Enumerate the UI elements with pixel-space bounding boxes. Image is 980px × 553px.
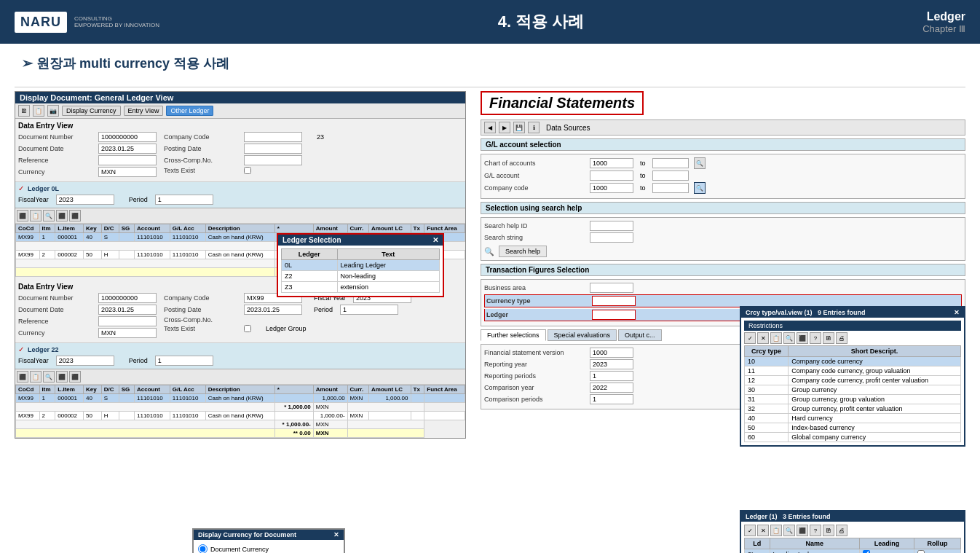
crcy-tb-1[interactable]: ✓ bbox=[744, 332, 756, 344]
crcy-row[interactable]: 12 Company code currency, profit center … bbox=[745, 376, 961, 385]
radio-doc-currency[interactable]: Document Currency bbox=[198, 544, 339, 553]
search-help-button[interactable]: Search help bbox=[499, 246, 547, 257]
popup-text-extension: extension bbox=[337, 282, 439, 293]
lep-tb-1[interactable]: ✓ bbox=[744, 525, 756, 536]
crcy-tb-7[interactable]: 🖹 bbox=[823, 332, 834, 344]
crcy-tb-8[interactable]: 🖨 bbox=[836, 332, 847, 344]
other-ledger-btn[interactable]: Other Ledger bbox=[166, 106, 213, 116]
tab-further-selections[interactable]: Further selections bbox=[481, 329, 546, 341]
popup-row[interactable]: Z3 extension bbox=[282, 282, 440, 293]
lep-rollup-cb-0l[interactable] bbox=[917, 550, 925, 553]
sub-tb-icon-2[interactable]: 📋 bbox=[30, 210, 42, 221]
currency-type-input[interactable] bbox=[592, 296, 636, 306]
texts-exist-checkbox[interactable] bbox=[244, 167, 251, 174]
currency-popup-title-text: Display Currency for Document bbox=[198, 531, 296, 538]
fs-version-label: Financial statement version bbox=[484, 349, 586, 356]
currency-popup-close[interactable]: ✕ bbox=[333, 531, 339, 538]
lep-tb-8[interactable]: 🖨 bbox=[836, 525, 847, 536]
company-code-input[interactable] bbox=[590, 183, 633, 193]
gl-account-input[interactable] bbox=[590, 170, 633, 181]
texts-exist-checkbox2[interactable] bbox=[244, 325, 251, 332]
popup-row[interactable]: 0L Leading Ledger bbox=[282, 260, 440, 271]
crcy-row[interactable]: 31 Group currency, group valuation bbox=[745, 395, 961, 404]
search-help-id-input[interactable] bbox=[590, 221, 633, 231]
crcy-tb-4[interactable]: 🔍 bbox=[783, 332, 795, 344]
crcy-row[interactable]: 32 Group currency, profit center valuati… bbox=[745, 404, 961, 414]
fs-version-input[interactable] bbox=[590, 348, 633, 358]
lep-tb-5[interactable]: ⬛ bbox=[797, 525, 808, 536]
toolbar-icon-3[interactable]: 📷 bbox=[47, 105, 59, 117]
fs-back-icon[interactable]: ◀ bbox=[484, 122, 496, 133]
ledger-input[interactable] bbox=[592, 310, 636, 320]
popup-text-nonleading: Non-leading bbox=[337, 271, 439, 282]
sub-tb2-icon-2[interactable]: 📋 bbox=[30, 371, 42, 383]
chart-search-icon[interactable]: 🔍 bbox=[694, 157, 706, 169]
popup-row[interactable]: Z2 Non-leading bbox=[282, 271, 440, 282]
ledger-popup-close[interactable]: ✕ bbox=[432, 236, 438, 244]
lep-title-text: Ledger (1) 3 Entries found bbox=[746, 513, 831, 520]
lep-tb-3[interactable]: 📋 bbox=[770, 525, 782, 536]
crcy-popup-close[interactable]: ✕ bbox=[954, 309, 960, 316]
fs-info-icon[interactable]: ℹ bbox=[528, 122, 540, 133]
toolbar-icon-1[interactable]: 🖹 bbox=[18, 105, 30, 117]
sub-tb2-icon-1[interactable]: ⬛ bbox=[17, 371, 28, 383]
business-area-input[interactable] bbox=[590, 283, 633, 293]
tab-output[interactable]: Output c... bbox=[618, 329, 662, 341]
toolbar-icon-2[interactable]: 📋 bbox=[33, 105, 44, 117]
crcy-tb-3[interactable]: 📋 bbox=[770, 332, 782, 344]
crcy-row[interactable]: 10 Company code currency bbox=[745, 357, 961, 366]
lep-th-ld: Ld bbox=[745, 538, 770, 549]
crcy-row[interactable]: 50 Index-based currency bbox=[745, 423, 961, 433]
period-value2: 1 bbox=[340, 305, 398, 315]
fs-forward-icon[interactable]: ▶ bbox=[499, 122, 510, 133]
chart-of-accounts-input[interactable] bbox=[590, 158, 633, 168]
reporting-year-input[interactable] bbox=[590, 359, 633, 369]
td-account: 11101010 bbox=[134, 233, 170, 242]
table-row: MX99100000140S 1110101011101010Cash on h… bbox=[16, 394, 465, 403]
search-string-input[interactable] bbox=[590, 232, 633, 243]
display-currency-btn[interactable]: Display Currency bbox=[62, 106, 121, 116]
lep-tb-4[interactable]: 🔍 bbox=[783, 525, 795, 536]
crcy-row[interactable]: 11 Company code currency, group valuatio… bbox=[745, 366, 961, 376]
crcy-row[interactable]: 30 Group currency bbox=[745, 385, 961, 395]
gl-account-to-input[interactable] bbox=[652, 170, 689, 181]
crcy-row[interactable]: 60 Global company currency bbox=[745, 433, 961, 442]
period-val3: 1 bbox=[155, 356, 213, 366]
reporting-periods-input[interactable] bbox=[590, 371, 633, 381]
td-itm2: 2 bbox=[39, 251, 55, 259]
entry-view-btn[interactable]: Entry View bbox=[124, 106, 164, 116]
td-glacc2: 11101010 bbox=[170, 251, 205, 259]
fs-save-icon[interactable]: 💾 bbox=[513, 122, 525, 133]
crcy-row[interactable]: 40 Hard currency bbox=[745, 414, 961, 423]
crcy-tb-6[interactable]: ? bbox=[810, 332, 821, 344]
comparison-year-input[interactable] bbox=[590, 383, 633, 393]
company-code-to-input[interactable] bbox=[652, 183, 689, 193]
radio-doc-input[interactable] bbox=[198, 544, 208, 553]
lep-tb-2[interactable]: ✕ bbox=[757, 525, 769, 536]
sub-tb-icon-3[interactable]: 🔍 bbox=[43, 210, 55, 221]
lep-leading-cb-0l[interactable] bbox=[863, 550, 870, 553]
display-doc-toolbar: 🖹 📋 📷 Display Currency Entry View Other … bbox=[15, 103, 465, 119]
crcy-tb-5[interactable]: ⬛ bbox=[797, 332, 808, 344]
sub-tb2-icon-5[interactable]: ⬛ bbox=[69, 371, 81, 383]
texts-exist-label: Texts Exist bbox=[164, 167, 237, 174]
lep-tb-7[interactable]: 🖹 bbox=[823, 525, 834, 536]
crcy-table: Crcy type Short Descript. 10 Company cod… bbox=[744, 345, 961, 442]
radio-doc-label: Document Currency bbox=[210, 546, 269, 553]
t2-th-amountlc: Amount LC bbox=[369, 385, 411, 394]
comparison-periods-input[interactable] bbox=[590, 394, 633, 404]
lep-ld-0l: 0L bbox=[745, 549, 770, 554]
tab-special-evaluations[interactable]: Special evaluations bbox=[548, 329, 617, 341]
lep-tb-6[interactable]: ? bbox=[810, 525, 821, 536]
currency-value: MXN bbox=[98, 167, 157, 177]
sub-tb-icon-1[interactable]: ⬛ bbox=[17, 210, 28, 221]
sub-tb-icon-4[interactable]: ⬛ bbox=[56, 210, 68, 221]
sub-tb-icon-5[interactable]: ⬛ bbox=[69, 210, 81, 221]
sub-tb2-icon-3[interactable]: 🔍 bbox=[43, 371, 55, 383]
chart-of-accounts-to-input[interactable] bbox=[652, 158, 689, 168]
sub-tb2-icon-4[interactable]: ⬛ bbox=[56, 371, 68, 383]
crcy-code-31: 31 bbox=[745, 395, 789, 404]
lep-row[interactable]: 0L Leading Ledger bbox=[745, 549, 961, 554]
crcy-tb-2[interactable]: ✕ bbox=[757, 332, 769, 344]
crcy-popup-icon[interactable]: 🔍 bbox=[694, 182, 706, 194]
